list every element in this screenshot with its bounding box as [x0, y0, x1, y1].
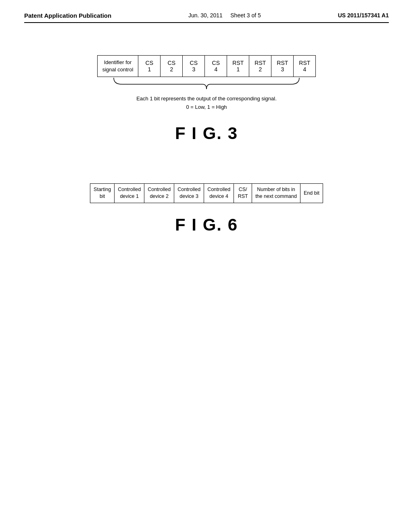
- brace-text: Each 1 bit represents the output of the …: [24, 95, 389, 112]
- fig6-col7: End bit: [300, 183, 323, 203]
- fig3-col6: RST 2: [249, 56, 271, 77]
- fig3-col4: CS 4: [205, 56, 227, 77]
- fig3-col8: RST 4: [294, 56, 316, 77]
- header-center: Jun. 30, 2011 Sheet 3 of 5: [188, 12, 261, 19]
- fig6-col0: Starting bit: [90, 183, 115, 203]
- fig3-col5: RST 1: [227, 56, 249, 77]
- fig6-col3: Controlled device 3: [174, 183, 204, 203]
- fig6-table: Starting bit Controlled device 1 Control…: [90, 183, 323, 203]
- header-right: US 2011/157341 A1: [338, 12, 389, 19]
- fig6-col4: Controlled device 4: [204, 183, 234, 203]
- date-label: Jun. 30, 2011: [188, 12, 223, 19]
- fig6-col1: Controlled device 1: [115, 183, 144, 203]
- fig3-table: Identifier for signal control CS 1 CS 2 …: [97, 55, 316, 77]
- fig3-col3: CS 3: [183, 56, 205, 77]
- fig3-col2: CS 2: [161, 56, 183, 77]
- fig6-col6: Number of bits in the next command: [252, 183, 300, 203]
- brace-line2: 0 = Low, 1 = High: [24, 103, 389, 112]
- fig6-section: Starting bit Controlled device 1 Control…: [24, 183, 389, 235]
- fig3-col1: CS 1: [138, 56, 161, 77]
- fig3-col7: RST 3: [271, 56, 294, 77]
- fig6-col2: Controlled device 2: [144, 183, 174, 203]
- sheet-label: Sheet 3 of 5: [230, 12, 261, 19]
- fig6-label: F I G. 6: [175, 215, 238, 235]
- brace-container: Each 1 bit represents the output of the …: [24, 77, 389, 112]
- publication-label: Patent Application Publication: [24, 12, 111, 19]
- page-container: Patent Application Publication Jun. 30, …: [0, 0, 413, 532]
- header-left: Patent Application Publication: [24, 12, 111, 19]
- brace-svg: [81, 77, 332, 93]
- fig3-section: Identifier for signal control CS 1 CS 2 …: [24, 55, 389, 143]
- brace-line1: Each 1 bit represents the output of the …: [24, 95, 389, 103]
- page-header: Patent Application Publication Jun. 30, …: [24, 12, 389, 23]
- fig3-label: F I G. 3: [175, 124, 238, 143]
- patent-number: US 2011/157341 A1: [338, 12, 389, 19]
- fig6-col5: CS/ RST: [234, 183, 252, 203]
- fig3-col0: Identifier for signal control: [97, 56, 138, 77]
